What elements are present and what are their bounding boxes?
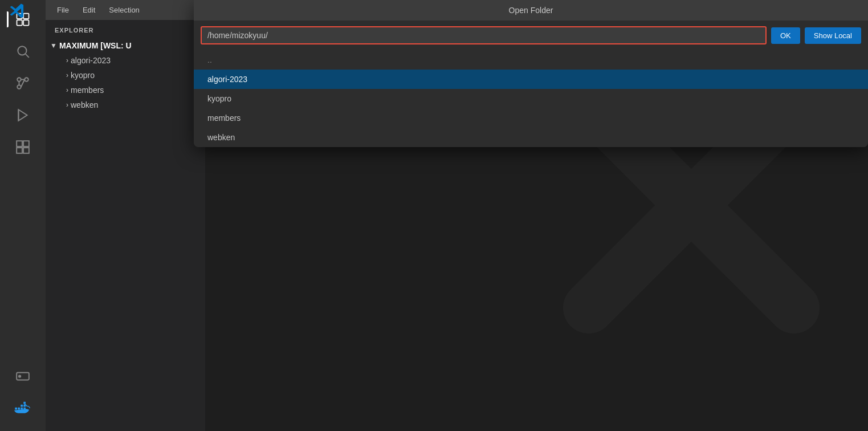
tree-label: members — [71, 86, 104, 95]
svg-rect-21 — [21, 405, 23, 407]
tree-item-algori[interactable]: › algori-2023 — [46, 53, 205, 68]
vscode-logo — [9, 3, 25, 21]
chevron-down-icon: ▼ — [50, 42, 57, 50]
activity-bar — [0, 0, 46, 431]
search-icon[interactable] — [8, 36, 38, 66]
tree-item-members[interactable]: › members — [46, 83, 205, 97]
tree-label: kyopro — [71, 71, 95, 80]
menu-edit[interactable]: Edit — [76, 0, 102, 20]
path-input-wrapper — [201, 26, 767, 44]
chevron-right-icon: › — [66, 101, 68, 109]
file-item-parent[interactable]: .. — [194, 50, 868, 70]
file-list: .. algori-2023 kyopro members webken — [194, 50, 868, 147]
path-input[interactable] — [207, 31, 760, 40]
svg-point-7 — [25, 78, 28, 82]
svg-rect-19 — [21, 408, 23, 410]
svg-rect-17 — [15, 408, 17, 410]
explorer-label: EXPLORER — [46, 20, 205, 38]
svg-point-16 — [19, 375, 21, 377]
extensions-icon[interactable] — [8, 132, 38, 162]
svg-rect-11 — [17, 141, 22, 147]
chevron-right-icon: › — [66, 56, 68, 64]
tree-item-kyopro[interactable]: › kyopro — [46, 68, 205, 83]
svg-marker-9 — [18, 109, 27, 121]
run-debug-icon[interactable] — [8, 100, 38, 130]
svg-rect-23 — [23, 402, 26, 404]
sidebar: EXPLORER ▼ MAXIMUM [WSL: U › algori-2023… — [46, 20, 205, 431]
source-control-icon[interactable] — [8, 68, 38, 98]
tree-label: webken — [71, 100, 98, 109]
file-item-members[interactable]: members — [194, 108, 868, 128]
open-folder-dialog: Open Folder OK Show Local .. algori-2023… — [194, 0, 868, 147]
tree-item-webken[interactable]: › webken — [46, 97, 205, 112]
chevron-right-icon: › — [66, 86, 68, 94]
dialog-input-row: OK Show Local — [194, 21, 868, 50]
svg-rect-22 — [23, 405, 26, 407]
svg-point-6 — [17, 78, 21, 82]
menu-bar: File Edit Selection — [46, 0, 146, 20]
remote-icon[interactable] — [8, 361, 38, 391]
ok-button[interactable]: OK — [771, 27, 800, 44]
svg-line-5 — [26, 54, 29, 58]
docker-icon[interactable] — [8, 393, 38, 423]
svg-rect-14 — [23, 148, 29, 153]
workspace-name: MAXIMUM [WSL: U — [59, 41, 132, 50]
activity-bar-bottom — [8, 361, 38, 425]
menu-file[interactable]: File — [50, 0, 76, 20]
tree-label: algori-2023 — [71, 56, 111, 65]
svg-rect-13 — [17, 148, 22, 153]
svg-point-4 — [18, 46, 26, 55]
dialog-title: Open Folder — [194, 0, 868, 21]
svg-rect-18 — [18, 408, 20, 410]
show-local-button[interactable]: Show Local — [805, 27, 861, 44]
file-item-kyopro[interactable]: kyopro — [194, 89, 868, 108]
file-item-webken[interactable]: webken — [194, 128, 868, 147]
chevron-right-icon: › — [66, 71, 68, 79]
workspace-root[interactable]: ▼ MAXIMUM [WSL: U — [46, 38, 205, 53]
menu-selection[interactable]: Selection — [102, 0, 146, 20]
svg-rect-12 — [23, 141, 29, 147]
file-item-algori[interactable]: algori-2023 — [194, 70, 868, 89]
svg-point-8 — [17, 85, 21, 89]
